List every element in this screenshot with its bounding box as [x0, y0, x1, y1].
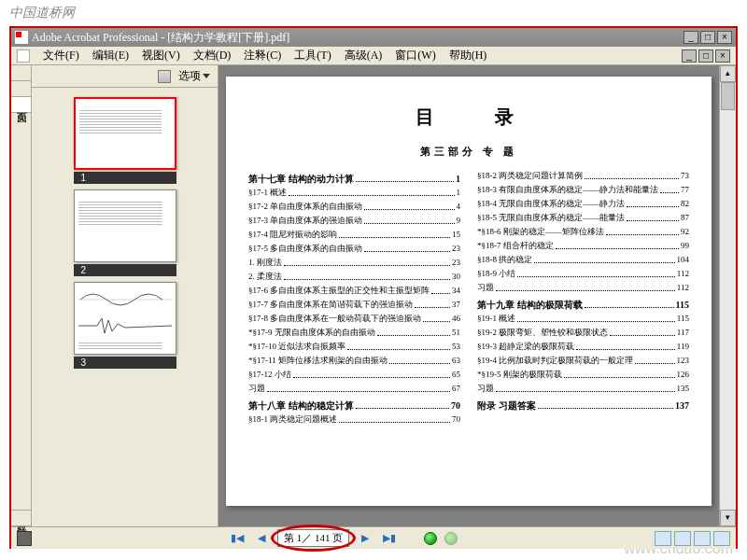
- menu-edit[interactable]: 编辑(E): [92, 48, 129, 63]
- menu-help[interactable]: 帮助(H): [449, 48, 487, 63]
- options-label: 选项: [178, 68, 201, 84]
- toc-entry: §17-6 多自由度体系主振型的正交性和主振型矩阵34: [248, 285, 460, 297]
- toc-entry: §18-2 两类稳定问题计算简例73: [477, 170, 689, 182]
- chevron-down-icon: [203, 74, 210, 78]
- back-nav-button[interactable]: [424, 532, 437, 545]
- minimize-button[interactable]: _: [684, 31, 698, 44]
- trash-icon[interactable]: [158, 70, 171, 83]
- tab-comment[interactable]: 注释: [11, 511, 31, 526]
- view-continuous-facing-button[interactable]: [713, 531, 730, 546]
- pdf-icon: [15, 31, 28, 44]
- thumbnails-list: 1 2 3: [32, 88, 218, 526]
- toc-entry: 附录 习题答案137: [477, 399, 689, 412]
- toc-section-head: 第三部分 专 题: [248, 145, 689, 159]
- toc-entry: §17-4 阻尼对振动的影响15: [248, 229, 460, 241]
- toc-entry: 第十八章 结构的稳定计算70: [248, 399, 460, 412]
- doc-close-button[interactable]: ×: [715, 49, 730, 63]
- window-title: Adobe Acrobat Professional - [结构力学教程[下册]…: [32, 30, 289, 46]
- thumb-1-number: 1: [74, 172, 176, 184]
- toc-entry: §18-3 有限自由度体系的稳定——静力法和能量法77: [477, 184, 689, 196]
- statusbar: ▮◀ ◀ 第 1／ 141 页 ▶ ▶▮: [11, 526, 736, 549]
- toc-entry: §17-3 单自由度体系的强迫振动9: [248, 215, 460, 227]
- toc-left-column: 第十七章 结构的动力计算1§17-1 概述1§17-2 单自由度体系的自由振动4…: [248, 170, 460, 426]
- thumbnail-2[interactable]: 2: [74, 189, 176, 276]
- menu-advanced[interactable]: 高级(A): [345, 48, 383, 63]
- toc-entry: §19-4 比例加载时判定极限荷载的一般定理123: [477, 355, 689, 367]
- prev-page-button[interactable]: ◀: [253, 531, 270, 546]
- toc-entry: §17-5 多自由度体系的自由振动23: [248, 243, 460, 255]
- toc-entry: 习题112: [477, 282, 689, 294]
- doc-minimize-button[interactable]: _: [682, 49, 697, 63]
- scroll-track[interactable]: [720, 82, 736, 510]
- toc-title: 目 录: [267, 105, 689, 130]
- toc-entry: 2. 柔度法30: [248, 271, 460, 283]
- toc-entry: *§18-6 刚架的稳定——矩阵位移法92: [477, 226, 689, 238]
- toc-entry: *§17-10 近似法求自振频率53: [248, 341, 460, 353]
- doc-maximize-button[interactable]: □: [698, 49, 713, 63]
- toc-entry: §17-2 单自由度体系的自由振动4: [248, 201, 460, 213]
- scroll-down-button[interactable]: ▾: [720, 510, 736, 526]
- options-dropdown[interactable]: 选项: [178, 68, 210, 84]
- thumbnail-panel: 选项 1 2 3: [32, 65, 218, 526]
- toc-entry: 1. 刚度法23: [248, 257, 460, 269]
- tab-signature[interactable]: 签名: [11, 81, 31, 97]
- app-window: Adobe Acrobat Professional - [结构力学教程[下册]…: [9, 26, 738, 549]
- thumb-3-waveform: [78, 316, 172, 335]
- page-number-box[interactable]: 第 1／ 141 页: [277, 529, 349, 547]
- toc-entry: §17-7 多自由度体系在简谐荷载下的强迫振动37: [248, 299, 460, 311]
- toc-entry: §17-8 多自由度体系在一般动荷载下的强迫振动46: [248, 313, 460, 325]
- thumbnail-3[interactable]: 3: [74, 282, 176, 369]
- scroll-thumb[interactable]: [721, 82, 735, 110]
- view-continuous-button[interactable]: [674, 531, 691, 546]
- watermark-top: 中国道桥网: [9, 5, 75, 21]
- scroll-up-button[interactable]: ▴: [720, 65, 736, 82]
- maximize-button[interactable]: □: [700, 31, 715, 44]
- toc-entry: §17-12 小结65: [248, 369, 460, 381]
- close-button[interactable]: ×: [717, 31, 732, 44]
- side-tabs: 书签 签名 页面 附件 注释: [11, 65, 32, 526]
- toc-entry: §18-4 无限自由度体系的稳定——静力法82: [477, 198, 689, 210]
- toc-entry: §18-9 小结112: [477, 268, 689, 280]
- workarea: 书签 签名 页面 附件 注释 选项 1 2 3: [11, 65, 736, 526]
- toc-right-column: §18-2 两类稳定问题计算简例73§18-3 有限自由度体系的稳定——静力法和…: [477, 170, 689, 426]
- menubar: 文件(F) 编辑(E) 视图(V) 文档(D) 注释(C) 工具(T) 高级(A…: [11, 47, 736, 65]
- view-single-page-button[interactable]: [655, 531, 671, 546]
- tab-bookmark[interactable]: 书签: [11, 65, 31, 81]
- toc-entry: *§17-11 矩阵位移法求刚架的自由振动63: [248, 355, 460, 367]
- thumbnail-toolbar: 选项: [32, 65, 218, 88]
- thumb-3-number: 3: [74, 357, 176, 369]
- view-facing-button[interactable]: [694, 531, 711, 546]
- menu-window[interactable]: 窗口(W): [395, 48, 435, 63]
- vertical-scrollbar[interactable]: ▴ ▾: [719, 65, 736, 526]
- menu-comment[interactable]: 注释(C): [244, 48, 281, 63]
- forward-nav-button[interactable]: [444, 532, 458, 545]
- menu-view[interactable]: 视图(V): [142, 48, 180, 63]
- tab-pages[interactable]: 页面: [11, 97, 31, 113]
- toc-entry: *§17-9 无限自由度体系的自由振动51: [248, 327, 460, 339]
- page-number-text: 第 1／ 141 页: [284, 532, 343, 543]
- first-page-button[interactable]: ▮◀: [229, 531, 246, 546]
- toc-entry: 第十七章 结构的动力计算1: [248, 173, 460, 185]
- toc-entry: 习题67: [248, 383, 460, 395]
- thumbnail-1[interactable]: 1: [74, 97, 176, 184]
- toc-entry: *§19-5 刚架的极限荷载126: [477, 369, 689, 381]
- tab-attachment[interactable]: 附件: [11, 495, 31, 511]
- toc-entry: §18-1 两类稳定问题概述70: [248, 413, 460, 426]
- thumb-3-chart: [78, 287, 172, 313]
- toc-entry: §19-1 概述115: [477, 313, 689, 325]
- document-view: 目 录 第三部分 专 题 第十七章 结构的动力计算1§17-1 概述1§17-2…: [218, 65, 736, 526]
- toc-entry: §17-1 概述1: [248, 187, 460, 199]
- toc-entry: §18-8 拱的稳定104: [477, 254, 689, 266]
- toc-entry: *§18-7 组合杆的稳定99: [477, 240, 689, 252]
- page-content: 目 录 第三部分 专 题 第十七章 结构的动力计算1§17-1 概述1§17-2…: [226, 77, 712, 506]
- toc-entry: §19-3 超静定梁的极限荷载119: [477, 341, 689, 353]
- menu-tool[interactable]: 工具(T): [294, 48, 331, 63]
- thumb-2-number: 2: [74, 264, 176, 276]
- menu-document[interactable]: 文档(D): [193, 48, 232, 63]
- last-page-button[interactable]: ▶▮: [381, 531, 398, 546]
- toc-entry: 习题135: [477, 383, 689, 395]
- menu-file[interactable]: 文件(F): [43, 48, 79, 63]
- toc-entry: 第十九章 结构的极限荷载115: [477, 299, 689, 311]
- page-layout-icon[interactable]: [17, 531, 32, 546]
- next-page-button[interactable]: ▶: [357, 531, 374, 546]
